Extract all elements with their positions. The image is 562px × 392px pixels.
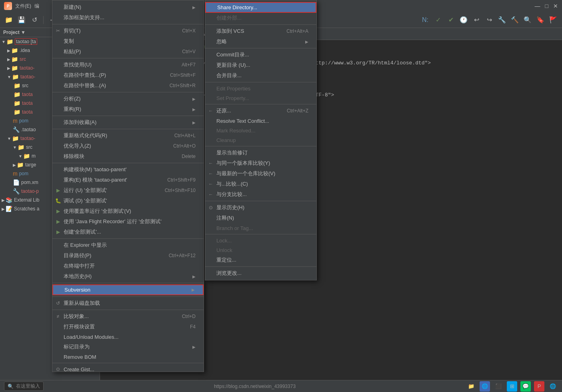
build-btn[interactable]: 🔨: [509, 14, 520, 26]
menu-sep: [52, 24, 204, 24]
redo-btn[interactable]: ↪: [484, 14, 495, 26]
vcs-create-external[interactable]: 创建外部...: [205, 13, 316, 23]
vcs-set-prop[interactable]: Set Property...: [205, 93, 316, 103]
vcs-update[interactable]: 更新目录 (U)...: [205, 60, 316, 70]
title-bar-controls: — □ ✕: [535, 3, 558, 9]
menu-add-to-favorites[interactable]: 添加到收藏(A) ▶: [52, 117, 204, 128]
wrench-btn[interactable]: 🔧: [496, 14, 508, 26]
menu-refactor[interactable]: 重构(R) ▶: [52, 104, 204, 114]
vcs-relocate[interactable]: 重定位...: [205, 255, 316, 265]
menu-create-tests[interactable]: ▶ 创建'全部测试'...: [52, 227, 204, 237]
menu-reload-from-disk[interactable]: ↺ 重新从磁盘加载: [52, 298, 204, 308]
vcs-compare[interactable]: ← 与...比较...(C): [205, 179, 316, 189]
context-menu-vcs: Share Directory... 创建外部... 添加到 VCS Ctrl+…: [205, 0, 317, 280]
menu-cut[interactable]: ✂ 剪切(T) Ctrl+X: [52, 26, 204, 36]
menu-open-terminal[interactable]: 在终端中打开: [52, 261, 204, 271]
vcs-ignore[interactable]: 忽略 ▶: [205, 36, 316, 47]
vcs-cleanup[interactable]: Cleanup: [205, 135, 316, 145]
vcs-compare-same[interactable]: ← 与同一个版本库比较(Y): [205, 158, 316, 168]
vcs-show-history[interactable]: ⊙ 显示历史(H): [205, 202, 316, 213]
menu-debug-tests[interactable]: 🐛 调试 (D) '全部测试': [52, 196, 204, 206]
menu-show-in-explorer[interactable]: 在 Explorer 中显示: [52, 240, 204, 250]
vcs-compare-latest[interactable]: ← 与最新的一个仓库比较(V): [205, 168, 316, 179]
maximize-btn[interactable]: □: [545, 3, 548, 9]
vcs-resolve-conflict[interactable]: Resolve Text Conflict...: [205, 116, 316, 126]
taskbar-chrome2[interactable]: 🌐: [548, 381, 558, 392]
menu-sep: [52, 310, 204, 310]
menu-directory-path[interactable]: 目录路径(P) Ctrl+Alt+F12: [52, 250, 204, 261]
menu-remove-module[interactable]: 移除模块 Delete: [52, 151, 204, 162]
vcs-show-current[interactable]: 显示当前修订: [205, 148, 316, 158]
menu-add-framework[interactable]: 添加框架的支持...: [52, 12, 204, 23]
check-btn[interactable]: ✓: [432, 14, 444, 26]
menu-sep: [52, 238, 204, 239]
refresh-btn[interactable]: ↺: [29, 14, 40, 26]
vcs-annotate[interactable]: 注释(N): [205, 213, 316, 223]
history-icon: ⊙: [207, 204, 215, 212]
vcs-sep: [205, 24, 316, 25]
vcs-share-directory[interactable]: Share Directory...: [205, 2, 316, 13]
bookmark-btn[interactable]: 🔖: [535, 14, 546, 26]
menu-replace-in-path[interactable]: 在路径中替换...(A) Ctrl+Shift+R: [52, 80, 204, 91]
vcs-commit[interactable]: Commit目录...: [205, 50, 316, 60]
menu-create-gist[interactable]: ⊙ Create Gist...: [52, 364, 204, 372]
close-btn[interactable]: ✕: [553, 3, 558, 9]
taskbar-wechat[interactable]: 💬: [520, 381, 531, 392]
clock-btn[interactable]: 🕐: [458, 14, 469, 26]
save-btn[interactable]: 💾: [16, 14, 27, 26]
undo-btn[interactable]: ↩: [471, 14, 482, 26]
menu-sep: [52, 363, 204, 363]
taskbar-app[interactable]: ⊞: [507, 381, 517, 392]
vcs-mark-resolved[interactable]: Mark Resolved...: [205, 126, 316, 135]
menu-paste[interactable]: 粘贴(P) Ctrl+V: [52, 46, 204, 57]
menu-remove-bom[interactable]: Remove BOM: [52, 352, 204, 362]
open-folder-btn[interactable]: 📁: [3, 14, 14, 26]
vcs-add[interactable]: 添加到 VCS Ctrl+Alt+A: [205, 26, 316, 36]
taskbar-chrome[interactable]: 🌐: [480, 381, 490, 392]
menu-build-module[interactable]: 构建模块(M) 'taotao-parent': [52, 164, 204, 175]
menu-module-settings[interactable]: 打开模块设置 F4: [52, 322, 204, 332]
menu-subversion[interactable]: Subversion ▶: [52, 284, 204, 295]
vcs-btn[interactable]: N:: [420, 14, 431, 26]
vcs-lock[interactable]: Lock...: [205, 236, 316, 245]
status-url: https://blog.csdn.net/weixin_43993373: [214, 384, 296, 389]
menu-new[interactable]: 新建(N) ▶: [52, 2, 204, 12]
taskbar-idea[interactable]: P: [534, 381, 544, 392]
create-icon: ▶: [54, 228, 62, 236]
menu-optimize-imports[interactable]: 优化导入(Z) Ctrl+Alt+O: [52, 141, 204, 151]
menu-sep: [52, 283, 204, 283]
taskbar-terminal[interactable]: ⬛: [493, 381, 504, 392]
menu-run-flight[interactable]: ▶ 使用 'Java Flight Recorder' 运行 '全部测试': [52, 216, 204, 227]
menu-find-usages[interactable]: 查找使用(U) Alt+F7: [52, 60, 204, 70]
menu-rebuild-module[interactable]: 重构(E) 模块 'taotao-parent' Ctrl+Shift+F9: [52, 175, 204, 185]
vcs-revert[interactable]: ← 还原... Ctrl+Alt+Z: [205, 106, 316, 116]
menu-run-tests[interactable]: ▶ 运行 (U) '全部测试' Ctrl+Shift+F10: [52, 185, 204, 196]
menu-compare[interactable]: ≠ 比较对象... Ctrl+D: [52, 311, 204, 322]
menu-copy[interactable]: 复制: [52, 36, 204, 46]
search-placeholder[interactable]: 在这里输入: [16, 383, 40, 390]
vcs-compare-branch[interactable]: ← 与分支比较...: [205, 189, 316, 200]
minimize-btn[interactable]: —: [535, 3, 540, 9]
vcs-branch-tag[interactable]: Branch or Tag...: [205, 223, 316, 233]
coverage-icon: ▶: [54, 207, 62, 215]
search-btn[interactable]: 🔍: [522, 14, 533, 26]
menu-edit[interactable]: 编: [34, 3, 39, 10]
toolbar-sep1: [43, 16, 44, 24]
vcs-edit-props[interactable]: Edit Properties: [205, 84, 316, 93]
vcs-browse-changes[interactable]: 浏览更改...: [205, 268, 316, 278]
menu-file[interactable]: 文件(E): [15, 3, 31, 10]
vcs-merge[interactable]: 合并目录...: [205, 70, 316, 81]
compare-branch-icon: ←: [207, 190, 215, 198]
menu-local-history[interactable]: 本地历史(H) ▶: [52, 271, 204, 282]
flag-btn[interactable]: 🚩: [548, 14, 559, 26]
vcs-unlock[interactable]: Unlock: [205, 245, 316, 255]
menu-find-in-path[interactable]: 在路径中查找...(P) Ctrl+Shift+F: [52, 70, 204, 80]
search-box[interactable]: 🔍 在这里输入: [4, 382, 44, 391]
check2-btn[interactable]: ✔: [445, 14, 456, 26]
menu-analyze[interactable]: 分析(Z) ▶: [52, 94, 204, 104]
taskbar-folder[interactable]: 📁: [466, 381, 476, 392]
menu-run-coverage[interactable]: ▶ 使用覆盖率运行 '全部测试'(V): [52, 206, 204, 216]
menu-mark-directory[interactable]: 标记目录为 ▶: [52, 342, 204, 352]
menu-reformat[interactable]: 重新格式化代码(R) Ctrl+Alt+L: [52, 130, 204, 141]
menu-load-unload[interactable]: Load/Unload Modules...: [52, 332, 204, 342]
